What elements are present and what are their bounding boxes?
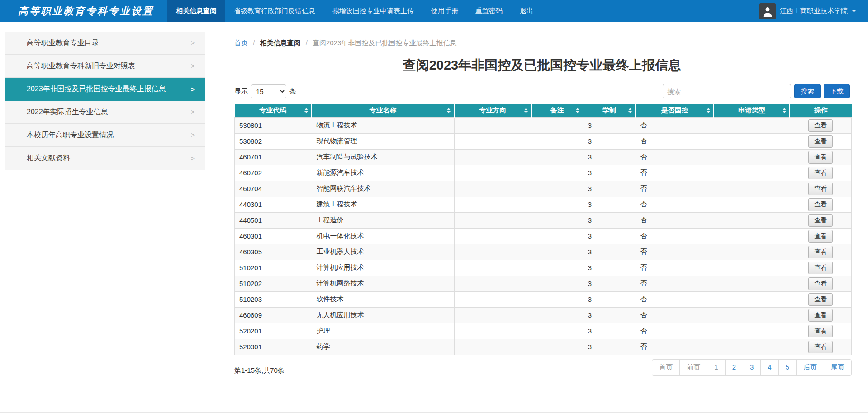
cell-national_control: 否 [636,133,714,149]
cell-duration: 3 [583,133,636,149]
breadcrumb-home-link[interactable]: 首页 [234,39,248,47]
cell-name: 汽车制造与试验技术 [312,149,454,165]
cell-code: 460301 [235,228,312,244]
footer-divider [0,412,868,417]
cell-code: 460305 [235,244,312,260]
table-row: 520201护理3否查看 [235,323,852,339]
user-menu[interactable]: 江西工商职业技术学院 [759,0,868,22]
page-button-2[interactable]: 2 [725,359,743,376]
cell-direction [454,339,531,355]
length-prefix-label: 显示 [234,87,248,96]
column-header-name[interactable]: 专业名称 [312,104,454,117]
cell-action: 查看 [790,149,851,165]
view-button[interactable]: 查看 [808,135,833,148]
column-header-code[interactable]: 专业代码 [235,104,312,117]
table-row: 530801物流工程技术3否查看 [235,117,852,133]
page-button-5[interactable]: 5 [778,359,797,376]
view-button[interactable]: 查看 [808,198,833,211]
column-label: 是否国控 [661,106,688,114]
nav-item-使用手册[interactable]: 使用手册 [422,0,467,22]
page-button-4[interactable]: 4 [760,359,778,376]
cell-note [531,165,583,181]
page-length-control: 显示 15 条 [234,84,296,98]
cell-duration: 3 [583,117,636,133]
cell-duration: 3 [583,260,636,276]
page-button-前页: 前页 [679,359,707,376]
page-button-后页[interactable]: 后页 [796,359,824,376]
nav-item-拟增设国控专业申请表上传[interactable]: 拟增设国控专业申请表上传 [324,0,422,22]
view-button[interactable]: 查看 [808,309,833,322]
cell-national_control: 否 [636,197,714,212]
column-header-action[interactable]: 操作 [790,104,851,117]
cell-action: 查看 [790,133,851,149]
view-button[interactable]: 查看 [808,277,833,290]
cell-name: 智能网联汽车技术 [312,181,454,197]
nav-item-省级教育行政部门反馈信息[interactable]: 省级教育行政部门反馈信息 [225,0,324,22]
view-button[interactable]: 查看 [808,214,833,227]
sort-desc-icon [524,111,528,113]
view-button[interactable]: 查看 [808,230,833,243]
page-length-select[interactable]: 15 [251,84,286,98]
sidebar-item-label: 高等职业教育专业目录 [27,38,99,48]
nav-item-相关信息查阅[interactable]: 相关信息查阅 [167,0,225,22]
cell-code: 520301 [235,339,312,355]
sidebar-item[interactable]: 高等职业教育专科新旧专业对照表> [5,55,205,78]
cell-apply_type [714,165,790,181]
view-button[interactable]: 查看 [808,262,833,274]
sort-desc-icon [783,111,786,113]
cell-action: 查看 [790,260,851,276]
view-button[interactable]: 查看 [808,167,833,179]
cell-apply_type [714,228,790,244]
cell-apply_type [714,117,790,133]
view-button[interactable]: 查看 [808,341,833,353]
cell-direction [454,181,531,197]
cell-duration: 3 [583,323,636,339]
column-header-national_control[interactable]: 是否国控 [636,104,714,117]
view-button[interactable]: 查看 [808,325,833,337]
nav-item-退出[interactable]: 退出 [511,0,542,22]
cell-note [531,133,583,149]
sidebar-item-label: 高等职业教育专科新旧专业对照表 [27,61,135,71]
view-button[interactable]: 查看 [808,151,833,164]
page-button-尾页[interactable]: 尾页 [824,359,852,376]
cell-action: 查看 [790,181,851,197]
cell-action: 查看 [790,339,851,355]
view-button[interactable]: 查看 [808,119,833,132]
length-suffix-label: 条 [289,87,296,96]
column-header-duration[interactable]: 学制 [583,104,636,117]
page-title: 查阅2023年非国控及已批国控专业最终上报信息 [234,56,850,75]
cell-name: 计算机应用技术 [312,260,454,276]
breadcrumb: 首页 / 相关信息查阅 / 查阅2023年非国控及已批国控专业最终上报信息 [234,39,850,47]
view-button[interactable]: 查看 [808,246,833,258]
download-button[interactable]: 下载 [824,84,850,98]
column-header-note[interactable]: 备注 [531,104,583,117]
sidebar-item[interactable]: 相关文献资料> [5,147,205,170]
cell-apply_type [714,133,790,149]
cell-apply_type [714,244,790,260]
sidebar-item[interactable]: 2023年非国控及已批国控专业最终上报信息> [5,78,205,101]
view-button[interactable]: 查看 [808,293,833,306]
sidebar-item[interactable]: 2022年实际招生专业信息> [5,101,205,124]
view-button[interactable]: 查看 [808,183,833,195]
cell-national_control: 否 [636,323,714,339]
table-row: 460701汽车制造与试验技术3否查看 [235,149,852,165]
cell-action: 查看 [790,323,851,339]
table-row: 460704智能网联汽车技术3否查看 [235,181,852,197]
sidebar-item[interactable]: 高等职业教育专业目录> [5,32,205,55]
column-label: 申请类型 [738,106,765,114]
cell-apply_type [714,276,790,291]
column-label: 专业方向 [479,106,506,114]
search-input[interactable] [663,84,791,98]
column-header-apply_type[interactable]: 申请类型 [714,104,790,117]
table-row: 460702新能源汽车技术3否查看 [235,165,852,181]
cell-national_control: 否 [636,228,714,244]
column-header-direction[interactable]: 专业方向 [454,104,531,117]
table-row: 440301建筑工程技术3否查看 [235,197,852,212]
cell-duration: 3 [583,276,636,291]
nav-item-重置密码[interactable]: 重置密码 [467,0,511,22]
cell-note [531,307,583,323]
sidebar-item[interactable]: 本校历年高职专业设置情况> [5,124,205,147]
page-button-3[interactable]: 3 [743,359,761,376]
search-button[interactable]: 搜索 [794,84,821,98]
chevron-right-icon: > [191,155,195,163]
